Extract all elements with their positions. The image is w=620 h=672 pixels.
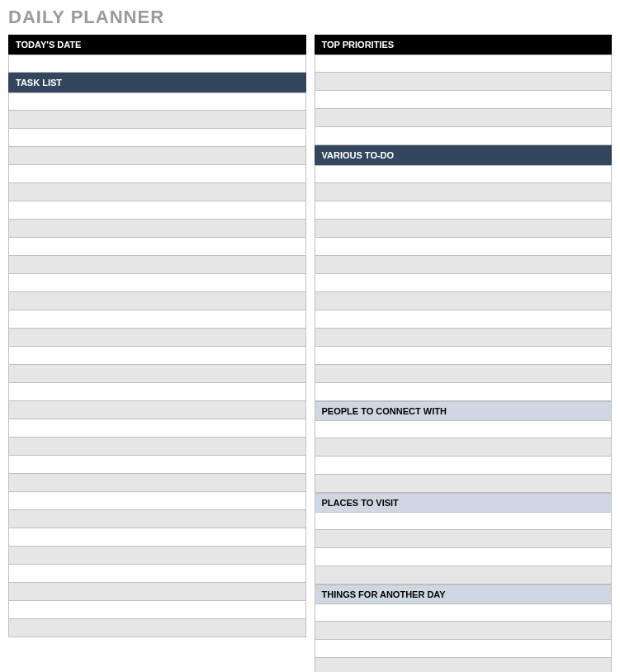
- top-priorities-header: TOP PRIORITIES: [315, 35, 613, 54]
- various-row[interactable]: [315, 256, 613, 274]
- task-row[interactable]: [8, 111, 306, 129]
- task-row[interactable]: [8, 528, 306, 547]
- task-row[interactable]: [8, 619, 306, 637]
- places-row[interactable]: [315, 548, 613, 566]
- task-row[interactable]: [8, 129, 306, 147]
- priority-row[interactable]: [315, 109, 613, 127]
- places-row[interactable]: [315, 512, 613, 530]
- task-row[interactable]: [8, 438, 306, 456]
- task-row[interactable]: [8, 347, 306, 365]
- task-row[interactable]: [8, 419, 306, 438]
- things-row[interactable]: [315, 603, 613, 622]
- task-row[interactable]: [8, 583, 306, 601]
- task-row[interactable]: [8, 565, 306, 583]
- task-row[interactable]: [8, 401, 306, 419]
- right-column: TOP PRIORITIES VARIOUS TO-DO PEOPLE TO C…: [315, 35, 613, 672]
- task-row[interactable]: [8, 147, 306, 165]
- various-row[interactable]: [315, 165, 613, 183]
- page-title: DAILY PLANNER: [8, 7, 612, 28]
- task-row[interactable]: [8, 256, 306, 274]
- left-column: TODAY'S DATE TASK LIST: [8, 35, 306, 672]
- people-row[interactable]: [315, 438, 613, 457]
- task-row[interactable]: [8, 547, 306, 565]
- task-row[interactable]: [8, 165, 306, 183]
- task-row[interactable]: [8, 510, 306, 528]
- task-row[interactable]: [8, 183, 306, 201]
- task-row[interactable]: [8, 365, 306, 383]
- people-connect-header: PEOPLE TO CONNECT WITH: [315, 401, 613, 420]
- various-row[interactable]: [315, 220, 613, 238]
- various-row[interactable]: [315, 365, 613, 383]
- priority-row[interactable]: [315, 73, 613, 91]
- various-row[interactable]: [315, 183, 613, 201]
- various-row[interactable]: [315, 383, 613, 401]
- people-row[interactable]: [315, 457, 613, 475]
- things-row[interactable]: [315, 640, 613, 658]
- things-row[interactable]: [315, 622, 613, 640]
- task-row[interactable]: [8, 220, 306, 238]
- various-row[interactable]: [315, 238, 613, 256]
- priority-row[interactable]: [315, 91, 613, 109]
- priority-row[interactable]: [315, 54, 613, 73]
- task-row[interactable]: [8, 292, 306, 310]
- people-row[interactable]: [315, 475, 613, 493]
- task-row[interactable]: [8, 456, 306, 474]
- task-row[interactable]: [8, 492, 306, 510]
- various-row[interactable]: [315, 310, 613, 329]
- various-row[interactable]: [315, 329, 613, 347]
- various-row[interactable]: [315, 347, 613, 365]
- task-row[interactable]: [8, 601, 306, 619]
- various-todo-header: VARIOUS TO-DO: [315, 145, 613, 165]
- places-row[interactable]: [315, 530, 613, 548]
- todays-date-header: TODAY'S DATE: [8, 35, 306, 54]
- various-row[interactable]: [315, 292, 613, 310]
- priority-row[interactable]: [315, 127, 613, 145]
- task-row[interactable]: [8, 274, 306, 292]
- places-visit-header: PLACES TO VISIT: [315, 493, 613, 512]
- things-another-day-header: THINGS FOR ANOTHER DAY: [315, 584, 613, 603]
- task-row[interactable]: [8, 474, 306, 492]
- task-row[interactable]: [8, 92, 306, 111]
- task-row[interactable]: [8, 329, 306, 347]
- task-row[interactable]: [8, 238, 306, 256]
- places-row[interactable]: [315, 566, 613, 584]
- task-row[interactable]: [8, 310, 306, 329]
- people-row[interactable]: [315, 420, 613, 438]
- various-row[interactable]: [315, 274, 613, 292]
- task-row[interactable]: [8, 201, 306, 220]
- planner-columns: TODAY'S DATE TASK LIST TOP: [8, 35, 612, 672]
- task-list-header: TASK LIST: [8, 73, 306, 92]
- date-row[interactable]: [8, 54, 306, 73]
- task-row[interactable]: [8, 383, 306, 401]
- various-row[interactable]: [315, 201, 613, 220]
- things-row[interactable]: [315, 658, 613, 672]
